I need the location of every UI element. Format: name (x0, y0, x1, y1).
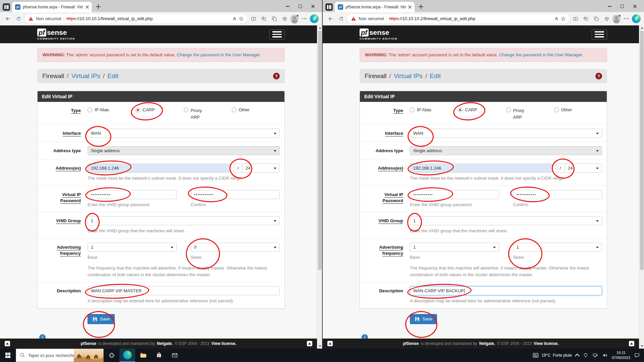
refresh-icon[interactable] (14, 14, 23, 23)
back-icon[interactable] (326, 14, 335, 23)
browser-essentials-icon[interactable] (280, 14, 289, 23)
refresh-icon[interactable] (336, 14, 346, 23)
pfsense-logo[interactable]: pfsense COMMUNITY EDITION (360, 28, 397, 40)
subnet-select[interactable]: 24 (565, 164, 602, 173)
tab-close-icon[interactable] (86, 5, 89, 9)
menu-icon[interactable] (592, 29, 607, 40)
split-screen-icon[interactable] (571, 14, 580, 23)
scrollbar-thumb[interactable] (318, 31, 322, 270)
breadcrumb-virtual-ips[interactable]: Virtual IPs (71, 72, 100, 80)
vip-password-confirm-input[interactable]: ••••••••••• (191, 190, 280, 199)
skew-select[interactable]: 0 (191, 243, 280, 252)
copilot-icon[interactable]: b (310, 14, 319, 23)
address-bar[interactable]: Non sécurisé https://10.10.10.2/firewall… (347, 14, 570, 24)
taskbar-search[interactable]: Taper ici pour rechercher (16, 349, 104, 362)
radio-proxy-arp[interactable]: Proxy ARP (184, 107, 232, 120)
scrollbar-down-icon[interactable] (639, 344, 644, 349)
url-text[interactable]: https://10.10.10.2/firewall_virtual_ip_e… (389, 16, 553, 21)
scrollbar-up-icon[interactable] (639, 25, 644, 31)
notification-center-icon[interactable] (634, 352, 640, 358)
scrollbar-up-icon[interactable] (317, 25, 322, 31)
favorite-star-icon[interactable] (560, 16, 566, 21)
address-type-select[interactable]: Single address (88, 146, 280, 155)
security-label[interactable]: Non sécurisé (36, 16, 61, 21)
weather-widget[interactable]: 19°C Forte pluie (532, 352, 572, 359)
task-view-icon[interactable] (104, 349, 119, 362)
radio-ip-alias[interactable]: IP Alias (410, 107, 458, 120)
radio-carp[interactable]: CARP (458, 107, 506, 120)
vip-password-input[interactable]: ••••••••••• (410, 190, 499, 199)
file-explorer-icon[interactable] (135, 349, 151, 362)
back-icon[interactable] (3, 14, 13, 23)
start-button[interactable] (0, 349, 16, 362)
desert-camels-image[interactable] (74, 349, 103, 362)
subnet-select[interactable]: 24 (242, 164, 280, 173)
collections-icon[interactable] (592, 14, 601, 23)
url-text[interactable]: https://10.10.10.1/firewall_virtual_ip_e… (66, 16, 231, 21)
radio-ip-alias[interactable]: IP Alias (88, 107, 136, 120)
profile-avatar[interactable] (612, 15, 621, 23)
browser-tab[interactable]: pf pfsense.home.arpa - Firewall: Virt (12, 2, 92, 12)
close-button[interactable] (307, 2, 319, 11)
more-options-icon[interactable] (300, 14, 309, 23)
tray-network-icon[interactable] (592, 352, 598, 358)
interface-select[interactable]: WAN (88, 129, 280, 138)
radio-other[interactable]: Other (554, 107, 602, 120)
view-license-link[interactable]: View license. (534, 341, 559, 346)
radio-other[interactable]: Other (232, 107, 280, 120)
vhid-select[interactable]: 1 (88, 216, 280, 225)
scrollbar[interactable] (639, 25, 644, 349)
address-type-select[interactable]: Single address (410, 146, 602, 155)
browser-tab[interactable]: pf pfSense.home.arpa - Firewall: Virt (335, 2, 415, 12)
security-label[interactable]: Non sécurisé (359, 16, 384, 21)
read-aloud-icon[interactable]: A (233, 16, 236, 21)
tab-actions-icon[interactable] (3, 3, 10, 11)
favorites-list-icon[interactable] (259, 14, 269, 23)
favorites-list-icon[interactable] (581, 14, 591, 23)
tab-actions-icon[interactable] (325, 3, 333, 11)
minimize-button[interactable] (603, 2, 616, 11)
vip-password-input[interactable]: ••••••••••• (88, 190, 177, 199)
view-license-link[interactable]: View license. (211, 341, 236, 346)
warning-link[interactable]: Change the password in the User Manager. (499, 52, 583, 57)
address-bar[interactable]: Non sécurisé https://10.10.10.1/firewall… (24, 14, 248, 24)
scrollbar[interactable] (317, 25, 322, 349)
tab-close-icon[interactable] (408, 5, 412, 9)
scroll-top-icon[interactable] (5, 341, 10, 346)
address-input[interactable]: 192.168.1.246 (88, 164, 230, 173)
browser-essentials-icon[interactable] (602, 14, 611, 23)
skew-select[interactable]: 1 (513, 243, 602, 252)
pfsense-logo[interactable]: pfsense COMMUNITY EDITION (37, 28, 75, 40)
profile-avatar[interactable] (290, 15, 299, 23)
maximize-button[interactable] (616, 2, 629, 11)
scrollbar-down-icon[interactable] (317, 344, 322, 349)
mail-icon[interactable] (167, 349, 182, 362)
minimize-button[interactable] (281, 2, 294, 11)
save-button[interactable]: Save (88, 314, 115, 324)
radio-carp[interactable]: CARP (136, 107, 183, 120)
more-options-icon[interactable] (622, 14, 631, 23)
save-button[interactable]: Save (410, 314, 437, 324)
breadcrumb-edit[interactable]: Edit (107, 72, 118, 80)
close-button[interactable] (629, 2, 641, 11)
scroll-top-icon[interactable] (629, 341, 634, 346)
scroll-top-icon[interactable] (327, 341, 333, 346)
maximize-button[interactable] (294, 2, 307, 11)
new-tab-button[interactable] (94, 2, 103, 11)
taskbar-clock[interactable]: 15:11 07/09/2023 (612, 350, 630, 360)
split-screen-icon[interactable] (249, 14, 258, 23)
base-select[interactable]: 1 (410, 243, 499, 252)
breadcrumb-edit[interactable]: Edit (430, 72, 441, 80)
warning-link[interactable]: Change the password in the User Manager. (177, 52, 261, 57)
base-select[interactable]: 1 (88, 243, 177, 252)
tray-volume-icon[interactable] (602, 352, 608, 358)
vhid-select[interactable]: 1 (410, 216, 602, 225)
address-input[interactable]: 192.168.1.246 (410, 164, 552, 173)
menu-icon[interactable] (269, 29, 285, 40)
scroll-top-icon[interactable] (307, 341, 312, 346)
new-tab-button[interactable] (417, 2, 425, 11)
tray-expand-icon[interactable] (575, 354, 580, 358)
collections-icon[interactable] (270, 14, 279, 23)
taskbar-edge-icon[interactable] (119, 349, 135, 362)
microsoft-store-icon[interactable] (151, 349, 167, 362)
